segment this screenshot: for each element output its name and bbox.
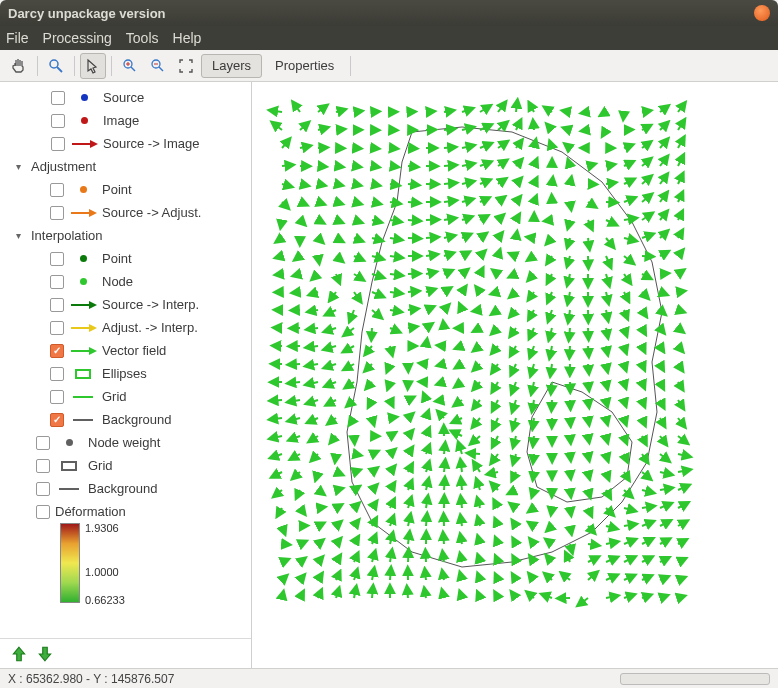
svg-line-557 — [624, 524, 636, 526]
checkbox[interactable] — [50, 206, 64, 220]
svg-line-479 — [460, 460, 462, 472]
svg-line-278 — [568, 310, 570, 322]
checkbox[interactable] — [50, 298, 64, 312]
checkbox[interactable] — [36, 459, 50, 473]
menu-file[interactable]: File — [6, 30, 29, 46]
checkbox[interactable] — [50, 344, 64, 358]
svg-line-554 — [570, 526, 571, 534]
svg-line-398 — [660, 400, 664, 407]
svg-line-635 — [372, 586, 373, 598]
svg-line-404 — [349, 418, 354, 425]
svg-line-478 — [444, 461, 445, 472]
checkbox[interactable] — [50, 367, 64, 381]
svg-line-117 — [570, 178, 571, 184]
svg-line-395 — [606, 400, 607, 406]
svg-line-366 — [492, 382, 498, 392]
svg-line-603 — [624, 557, 635, 562]
svg-line-284 — [678, 310, 684, 312]
checkbox[interactable] — [50, 183, 64, 197]
svg-line-351 — [642, 364, 644, 370]
svg-line-359 — [366, 382, 372, 388]
svg-line-369 — [551, 382, 552, 393]
menu-tools[interactable]: Tools — [126, 30, 159, 46]
pan-tool[interactable] — [6, 53, 32, 79]
svg-line-26 — [582, 112, 588, 113]
svg-line-158 — [480, 216, 487, 220]
svg-line-313 — [365, 346, 372, 354]
layer-label: Background — [102, 412, 171, 427]
checkbox[interactable] — [50, 321, 64, 335]
svg-line-613 — [390, 568, 391, 580]
svg-line-114 — [516, 178, 521, 184]
checkbox[interactable] — [50, 390, 64, 404]
svg-line-580 — [624, 540, 635, 544]
zoom-out-icon[interactable] — [145, 53, 171, 79]
svg-line-264 — [308, 310, 318, 312]
svg-line-512 — [642, 490, 653, 493]
svg-line-167 — [642, 214, 652, 220]
svg-line-296 — [474, 328, 480, 331]
window-title: Darcy unpackage version — [8, 6, 166, 21]
layer-group[interactable]: Interpolation — [31, 228, 103, 243]
svg-line-300 — [549, 328, 552, 340]
chevron-down-icon[interactable]: ▾ — [16, 161, 26, 172]
chevron-down-icon[interactable]: ▾ — [16, 230, 26, 241]
checkbox[interactable] — [50, 413, 64, 427]
map-canvas[interactable] — [252, 82, 778, 668]
svg-line-562 — [300, 541, 306, 544]
checkbox[interactable] — [51, 137, 65, 151]
tab-properties[interactable]: Properties — [264, 54, 345, 78]
checkbox[interactable] — [51, 91, 65, 105]
svg-line-317 — [438, 345, 444, 346]
svg-line-542 — [354, 520, 359, 526]
svg-line-304 — [624, 328, 627, 335]
svg-line-505 — [509, 490, 516, 493]
svg-line-455 — [444, 443, 445, 454]
svg-line-253 — [529, 292, 534, 300]
svg-line-211 — [606, 256, 611, 267]
svg-line-611 — [354, 570, 357, 580]
zoom-tool[interactable] — [43, 53, 69, 79]
svg-line-578 — [588, 544, 598, 545]
svg-line-448 — [312, 454, 318, 460]
svg-line-119 — [606, 183, 615, 184]
checkbox[interactable] — [50, 275, 64, 289]
svg-line-520 — [372, 502, 377, 508]
move-up-icon[interactable] — [10, 645, 28, 663]
layer-label: Point — [102, 251, 132, 266]
checkbox[interactable] — [36, 436, 50, 450]
svg-line-248 — [444, 288, 450, 292]
svg-line-228 — [493, 270, 498, 274]
svg-line-418 — [606, 418, 607, 424]
checkbox[interactable] — [50, 252, 64, 266]
svg-line-113 — [498, 179, 505, 184]
svg-line-12 — [336, 110, 345, 112]
svg-line-503 — [477, 480, 480, 490]
layer-group[interactable]: Adjustment — [31, 159, 96, 174]
svg-line-283 — [660, 310, 665, 314]
move-down-icon[interactable] — [36, 645, 54, 663]
svg-line-282 — [642, 310, 646, 316]
checkbox[interactable] — [51, 114, 65, 128]
pointer-tool[interactable] — [80, 53, 106, 79]
checkbox[interactable] — [36, 482, 50, 496]
svg-line-196 — [336, 256, 342, 261]
tab-layers[interactable]: Layers — [201, 54, 262, 78]
svg-line-138 — [534, 196, 536, 202]
svg-line-64 — [444, 147, 455, 148]
svg-line-462 — [570, 454, 571, 460]
svg-line-225 — [444, 271, 452, 274]
svg-line-548 — [460, 516, 462, 526]
zoom-extent-icon[interactable] — [173, 53, 199, 79]
svg-line-180 — [462, 234, 470, 238]
zoom-in-icon[interactable] — [117, 53, 143, 79]
svg-line-629 — [678, 577, 684, 580]
menu-processing[interactable]: Processing — [43, 30, 112, 46]
checkbox[interactable] — [36, 505, 50, 519]
menu-help[interactable]: Help — [173, 30, 202, 46]
layers-panel: Source Image Source -> Image ▾Adjustment… — [0, 82, 252, 668]
close-icon[interactable] — [754, 5, 770, 21]
svg-line-164 — [588, 220, 592, 229]
svg-line-490 — [660, 472, 671, 475]
svg-line-363 — [438, 382, 444, 384]
